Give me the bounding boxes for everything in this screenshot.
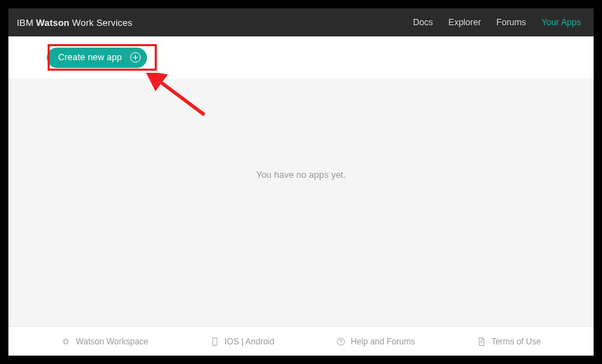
nav-explorer[interactable]: Explorer [449,18,482,27]
main-content: You have no apps yet. [8,78,594,326]
brand-suffix: Work Services [69,18,132,28]
footer-help-forums[interactable]: Help and Forums [336,337,415,346]
brand-logo: IBM Watson Work Services [17,18,132,28]
workspace-icon [61,337,71,346]
footer-watson-workspace[interactable]: Watson Workspace [61,337,148,346]
toolbar: Create new app [8,36,594,78]
empty-state-message: You have no apps yet. [256,169,346,180]
footer: Watson Workspace IOS | Android Help and … [8,326,594,356]
plus-circle-icon [130,52,141,63]
document-icon [477,337,486,346]
svg-point-1 [64,340,68,343]
header-nav: Docs Explorer Forums Your Apps [413,18,581,27]
nav-forums[interactable]: Forums [496,18,526,27]
footer-help-label: Help and Forums [351,337,415,346]
brand-bold: Watson [36,18,70,28]
help-icon [336,337,346,346]
footer-terms-label: Terms of Use [491,337,541,346]
footer-ios-android[interactable]: IOS | Android [210,337,274,346]
create-new-app-button[interactable]: Create new app [47,48,147,68]
brand-prefix: IBM [17,18,34,28]
svg-point-4 [337,337,345,345]
mobile-icon [210,337,220,346]
svg-point-5 [340,343,341,344]
footer-workspace-label: Watson Workspace [76,337,148,346]
nav-docs[interactable]: Docs [413,18,433,27]
nav-your-apps[interactable]: Your Apps [541,18,581,27]
footer-terms[interactable]: Terms of Use [477,337,541,346]
create-button-label: Create new app [58,52,122,62]
header-bar: IBM Watson Work Services Docs Explorer F… [8,8,594,36]
app-window: IBM Watson Work Services Docs Explorer F… [8,8,594,356]
footer-ios-android-label: IOS | Android [225,337,274,346]
